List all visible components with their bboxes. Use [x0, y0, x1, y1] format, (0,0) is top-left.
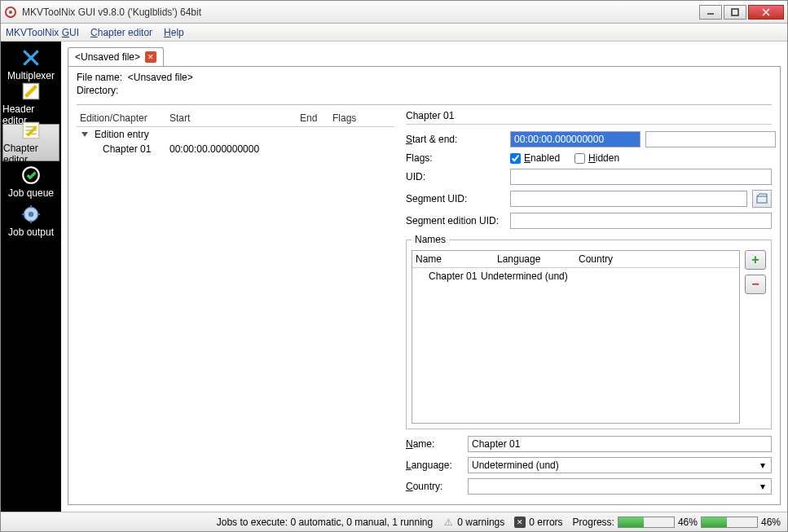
- sidebar: Multiplexer Header editor Chapter editor…: [1, 42, 61, 512]
- menu-gui[interactable]: MKVToolNix GUI: [6, 27, 79, 38]
- hidden-checkbox-input[interactable]: [574, 153, 585, 164]
- svg-rect-3: [732, 9, 738, 15]
- names-row-name: Chapter 01: [416, 270, 481, 282]
- chapter-details-panel: Chapter 01 Start & end: Flags: Enabled H…: [406, 110, 772, 499]
- expand-icon[interactable]: [81, 132, 88, 137]
- enabled-checkbox[interactable]: Enabled: [510, 152, 560, 164]
- maximize-button[interactable]: [724, 5, 746, 20]
- names-col-language[interactable]: Language: [497, 253, 579, 265]
- enabled-checkbox-input[interactable]: [510, 153, 521, 164]
- svg-point-13: [29, 212, 34, 218]
- file-name-label: File name:: [77, 72, 122, 83]
- tree-col-start[interactable]: Start: [166, 112, 297, 124]
- hidden-checkbox[interactable]: Hidden: [574, 152, 619, 164]
- tree-col-end[interactable]: End: [297, 112, 329, 124]
- start-input[interactable]: [510, 131, 641, 147]
- window-title: MKVToolNix GUI v9.8.0 ('Kuglblids') 64bi…: [22, 7, 699, 18]
- segment-uid-label: Segment UID:: [406, 193, 505, 204]
- language-combo-value: Undetermined (und): [472, 459, 559, 471]
- menubar: MKVToolNix GUI Chapter editor Help: [1, 24, 787, 42]
- segment-edition-uid-label: Segment edition UID:: [406, 215, 505, 226]
- sidebar-label-job-output: Job output: [8, 226, 54, 238]
- titlebar: MKVToolNix GUI v9.8.0 ('Kuglblids') 64bi…: [1, 1, 787, 24]
- remove-name-button[interactable]: −: [745, 275, 766, 294]
- chevron-down-icon: ▾: [756, 459, 769, 472]
- language-combo[interactable]: Undetermined (und) ▾: [468, 457, 772, 473]
- names-row-language: Undetermined (und): [481, 270, 736, 282]
- svg-rect-18: [757, 196, 767, 203]
- sidebar-item-multiplexer[interactable]: Multiplexer: [2, 46, 59, 83]
- names-row[interactable]: Chapter 01 Undetermined (und): [412, 268, 739, 284]
- flags-label: Flags:: [406, 152, 505, 164]
- sidebar-label-job-queue: Job queue: [8, 187, 54, 199]
- tree-chapter-label: Chapter 01: [99, 143, 166, 155]
- status-errors: ✕ 0 errors: [514, 517, 562, 528]
- progress-bar-2: [701, 517, 758, 528]
- open-icon: [756, 193, 768, 204]
- sidebar-item-job-output[interactable]: Job output: [2, 202, 59, 240]
- job-output-icon: [20, 204, 42, 225]
- app-icon: [4, 6, 17, 19]
- status-warnings: ⚠ 0 warnings: [442, 517, 504, 528]
- segment-uid-input[interactable]: [510, 191, 747, 207]
- end-input[interactable]: [645, 131, 776, 147]
- segment-edition-uid-input[interactable]: [510, 213, 772, 229]
- multiplexer-icon: [20, 47, 42, 68]
- file-info: File name: <Unsaved file> Directory:: [77, 72, 772, 98]
- tree-col-edition[interactable]: Edition/Chapter: [77, 112, 166, 124]
- menu-chapter-editor[interactable]: Chapter editor: [90, 27, 152, 38]
- file-name-value: <Unsaved file>: [128, 72, 193, 83]
- tree-col-flags[interactable]: Flags: [329, 112, 394, 124]
- tree-edition-label: Edition entry: [91, 129, 152, 140]
- start-end-label: Start & end:: [406, 134, 505, 145]
- sidebar-label-chapter-editor: Chapter editor: [3, 143, 59, 165]
- menu-help[interactable]: Help: [164, 27, 184, 38]
- uid-input[interactable]: [510, 169, 772, 185]
- names-col-country[interactable]: Country: [579, 253, 736, 265]
- warning-icon: ⚠: [442, 517, 454, 528]
- chevron-down-icon: ▾: [756, 480, 769, 493]
- close-button[interactable]: [748, 5, 784, 20]
- header-editor-icon: [20, 81, 42, 102]
- status-progress: Progress: 46% 46%: [573, 517, 781, 528]
- progress-bar-1: [618, 517, 675, 528]
- names-col-name[interactable]: Name: [416, 253, 497, 265]
- sidebar-item-job-queue[interactable]: Job queue: [2, 163, 59, 200]
- sidebar-label-multiplexer: Multiplexer: [7, 70, 55, 81]
- minimize-button[interactable]: [699, 5, 722, 20]
- details-title: Chapter 01: [406, 110, 772, 125]
- tab-label: <Unsaved file>: [75, 51, 140, 63]
- tree-chapter-start: 00:00:00.000000000: [166, 143, 297, 155]
- tab-close-icon[interactable]: ✕: [145, 51, 156, 63]
- tab-unsaved-file[interactable]: <Unsaved file> ✕: [68, 47, 164, 66]
- directory-label: Directory:: [77, 85, 772, 96]
- svg-point-1: [9, 11, 12, 14]
- tree-header: Edition/Chapter Start End Flags: [77, 110, 394, 127]
- chapter-editor-icon: [20, 120, 42, 141]
- chapter-tree-panel: Edition/Chapter Start End Flags Edition …: [77, 110, 394, 499]
- language-field-label: Language:: [406, 459, 463, 471]
- country-field-label: Country:: [406, 481, 463, 492]
- add-name-button[interactable]: +: [745, 250, 766, 270]
- name-field-label: Name:: [406, 438, 463, 450]
- job-queue-icon: [20, 165, 42, 186]
- tree-row-edition[interactable]: Edition entry: [77, 127, 394, 142]
- status-bar: Jobs to execute: 0 automatic, 0 manual, …: [1, 512, 787, 531]
- status-jobs: Jobs to execute: 0 automatic, 0 manual, …: [217, 517, 434, 528]
- tree-row-chapter[interactable]: Chapter 01 00:00:00.000000000: [77, 142, 394, 156]
- sidebar-item-header-editor[interactable]: Header editor: [2, 85, 59, 122]
- uid-label: UID:: [406, 171, 505, 182]
- sidebar-item-chapter-editor[interactable]: Chapter editor: [2, 124, 59, 161]
- country-combo[interactable]: ▾: [468, 478, 772, 495]
- error-icon: ✕: [514, 517, 526, 528]
- names-legend: Names: [412, 234, 449, 245]
- names-fieldset: Names Name Language Country: [406, 234, 772, 429]
- browse-segment-button[interactable]: [752, 190, 772, 208]
- name-input[interactable]: [468, 436, 772, 452]
- names-list[interactable]: Name Language Country Chapter 01 Undeter…: [412, 250, 740, 424]
